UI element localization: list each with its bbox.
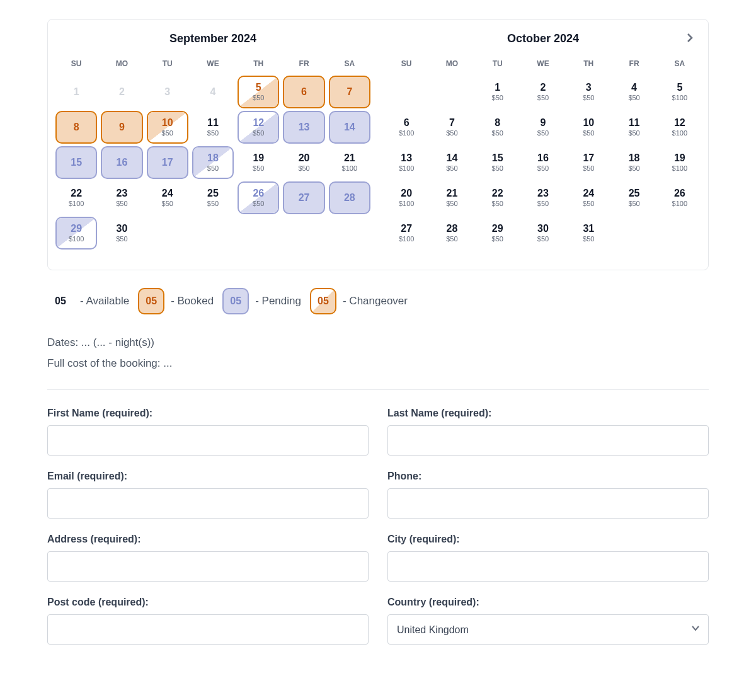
first-name-input[interactable]: [47, 425, 369, 456]
summary-cost: Full cost of the booking: ...: [47, 354, 709, 374]
day-empty: [613, 217, 655, 250]
day-cell[interactable]: 5$50: [238, 76, 279, 108]
day-price: $50: [537, 200, 549, 207]
email-input[interactable]: [47, 488, 369, 519]
day-cell[interactable]: 28$50: [431, 217, 472, 250]
day-cell[interactable]: 22$50: [477, 181, 518, 214]
day-cell[interactable]: 23$50: [101, 181, 142, 214]
day-number: 15: [492, 153, 503, 163]
day-number: 24: [583, 188, 594, 198]
label-first-name: First Name (required):: [47, 408, 369, 419]
day-cell[interactable]: 29$100: [55, 217, 97, 250]
day-cell[interactable]: 23$50: [522, 181, 564, 214]
day-number: 7: [449, 118, 455, 128]
day-number: 30: [537, 224, 549, 234]
day-number: 13: [299, 122, 310, 132]
day-cell[interactable]: 12$100: [659, 111, 701, 144]
day-cell[interactable]: 20$100: [386, 181, 427, 214]
booking-summary: Dates: ... (... - night(s)) Full cost of…: [47, 333, 709, 373]
legend-label: - Pending: [255, 295, 301, 307]
day-cell[interactable]: 30$50: [522, 217, 564, 250]
day-cell[interactable]: 26$50: [238, 181, 279, 214]
day-cell[interactable]: 13$100: [386, 146, 427, 179]
day-number: 16: [117, 158, 128, 168]
day-number: 22: [71, 188, 82, 198]
day-cell[interactable]: 8$50: [477, 111, 518, 144]
day-number: 12: [253, 118, 264, 128]
day-cell[interactable]: 8: [55, 111, 97, 144]
day-cell[interactable]: 15: [55, 146, 97, 179]
day-cell[interactable]: 31$50: [568, 217, 609, 250]
city-input[interactable]: [387, 551, 709, 582]
day-cell[interactable]: 27$100: [386, 217, 427, 250]
day-cell[interactable]: 1$50: [477, 76, 518, 108]
day-number: 15: [71, 158, 82, 168]
address-input[interactable]: [47, 551, 369, 582]
day-cell[interactable]: 9: [101, 111, 142, 144]
day-cell[interactable]: 25$50: [613, 181, 655, 214]
day-cell[interactable]: 18$50: [192, 146, 234, 179]
next-month-button[interactable]: [683, 31, 697, 45]
day-number: 11: [207, 118, 219, 128]
day-cell[interactable]: 11$50: [192, 111, 234, 144]
day-cell[interactable]: 14: [329, 111, 370, 144]
day-cell[interactable]: 24$50: [568, 181, 609, 214]
day-cell[interactable]: 19$50: [238, 146, 279, 179]
day-cell[interactable]: 3$50: [568, 76, 609, 108]
day-number: 29: [71, 224, 82, 234]
day-price: $100: [672, 94, 687, 101]
legend-label: - Booked: [171, 295, 214, 307]
day-empty: [147, 217, 188, 250]
day-price: $50: [492, 164, 503, 172]
day-cell[interactable]: 21$100: [329, 146, 370, 179]
postcode-input[interactable]: [47, 614, 369, 645]
day-cell[interactable]: 20$50: [283, 146, 324, 179]
day-cell[interactable]: 12$50: [238, 111, 279, 144]
day-cell[interactable]: 17: [147, 146, 188, 179]
day-cell[interactable]: 7: [329, 76, 370, 108]
day-cell[interactable]: 19$100: [659, 146, 701, 179]
day-cell[interactable]: 13: [283, 111, 324, 144]
day-number: 28: [447, 224, 458, 234]
day-cell[interactable]: 4$50: [613, 76, 655, 108]
day-cell[interactable]: 10$50: [147, 111, 188, 144]
day-cell[interactable]: 11$50: [613, 111, 655, 144]
day-number: 6: [301, 87, 307, 97]
day-number: 5: [677, 83, 682, 93]
day-cell[interactable]: 26$100: [659, 181, 701, 214]
day-number: 18: [207, 153, 219, 163]
day-cell[interactable]: 6: [283, 76, 324, 108]
day-price: $50: [492, 94, 503, 101]
day-cell[interactable]: 17$50: [568, 146, 609, 179]
day-cell[interactable]: 28: [329, 181, 370, 214]
day-cell: 3: [147, 76, 188, 108]
day-number: 9: [119, 122, 125, 132]
day-cell[interactable]: 25$50: [192, 181, 234, 214]
day-cell[interactable]: 21$50: [431, 181, 472, 214]
day-cell[interactable]: 2$50: [522, 76, 564, 108]
day-cell[interactable]: 5$100: [659, 76, 701, 108]
day-cell[interactable]: 24$50: [147, 181, 188, 214]
day-cell[interactable]: 18$50: [613, 146, 655, 179]
legend-item: 05- Pending: [222, 288, 301, 314]
dow-label: MO: [100, 57, 144, 71]
day-empty: [192, 217, 234, 250]
day-cell[interactable]: 7$50: [431, 111, 472, 144]
day-cell[interactable]: 10$50: [568, 111, 609, 144]
day-cell[interactable]: 14$50: [431, 146, 472, 179]
last-name-input[interactable]: [387, 425, 709, 456]
day-price: $100: [69, 235, 84, 243]
day-cell[interactable]: 27: [283, 181, 324, 214]
day-cell[interactable]: 30$50: [101, 217, 142, 250]
day-cell[interactable]: 15$50: [477, 146, 518, 179]
day-cell[interactable]: 29$50: [477, 217, 518, 250]
day-cell[interactable]: 6$100: [386, 111, 427, 144]
day-number: 6: [404, 118, 410, 128]
phone-input[interactable]: [387, 488, 709, 519]
day-cell[interactable]: 22$100: [55, 181, 97, 214]
legend-item: 05- Changeover: [310, 288, 408, 314]
day-cell[interactable]: 16$50: [522, 146, 564, 179]
day-cell[interactable]: 16: [101, 146, 142, 179]
country-select[interactable]: United Kingdom: [387, 614, 709, 645]
day-cell[interactable]: 9$50: [522, 111, 564, 144]
